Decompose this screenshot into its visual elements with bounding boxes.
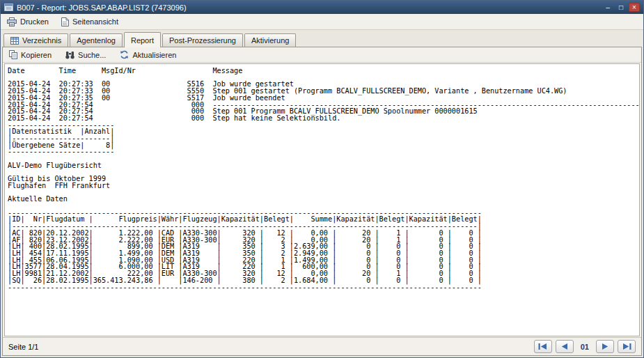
tab-post-prozessierung-label: Post-Prozessierung: [169, 36, 236, 45]
first-page-button[interactable]: [534, 340, 552, 353]
tab-report-label: Report: [131, 36, 154, 45]
first-page-icon: [538, 343, 547, 350]
tab-verzeichnis-label: Verzeichnis: [22, 36, 61, 45]
copy-button[interactable]: Kopieren: [7, 49, 54, 61]
tab-agentenlog-label: Agentenlog: [77, 36, 116, 45]
print-button[interactable]: Drucken: [5, 16, 51, 28]
search-button[interactable]: Suche...: [63, 49, 108, 61]
tab-post-prozessierung[interactable]: Post-Prozessierung: [162, 33, 243, 47]
last-page-button[interactable]: [618, 340, 636, 353]
page-indicator: Seite 1/1: [8, 343, 38, 351]
tab-aktivierung-label: Aktivierung: [251, 36, 289, 45]
page-preview-icon: [61, 17, 69, 26]
window-title: B007 - Report: JOBS.SAP.ABAP.LIST2 (7473…: [17, 3, 599, 12]
report-toolbar: Kopieren Suche...: [3, 47, 641, 63]
tab-verzeichnis[interactable]: Verzeichnis: [3, 33, 68, 47]
page-view-button[interactable]: Seitenansicht: [59, 16, 120, 28]
report-window-icon: [4, 3, 13, 11]
pagination: 01: [534, 340, 636, 353]
tabstrip: Verzeichnis Agentenlog Report Post-Proze…: [2, 30, 642, 47]
main-toolbar: Drucken Seitenansicht: [1, 14, 643, 30]
statusbar: Seite 1/1: [3, 337, 641, 355]
page-view-button-label: Seitenansicht: [72, 17, 118, 26]
previous-page-icon: [561, 343, 568, 350]
search-button-label: Suche...: [78, 51, 106, 59]
next-page-icon: [602, 343, 608, 350]
directory-grid-icon: [10, 37, 19, 45]
print-button-label: Drucken: [20, 17, 49, 26]
refresh-icon: [120, 50, 129, 59]
current-page-number[interactable]: 01: [581, 343, 589, 351]
printer-icon: [7, 17, 17, 26]
previous-page-button[interactable]: [556, 340, 574, 353]
refresh-button[interactable]: Aktualisieren: [118, 49, 178, 61]
report-tab-panel: Kopieren Suche...: [2, 47, 642, 356]
next-page-button[interactable]: [596, 340, 614, 353]
titlebar[interactable]: B007 - Report: JOBS.SAP.ABAP.LIST2 (7473…: [1, 1, 643, 14]
copy-button-label: Kopieren: [21, 51, 52, 59]
report-window: B007 - Report: JOBS.SAP.ABAP.LIST2 (7473…: [0, 0, 644, 358]
report-content-area[interactable]: Date Time MsgId/Nr Message 2015-04-24 20…: [4, 63, 640, 336]
tab-report[interactable]: Report: [124, 32, 161, 47]
refresh-button-label: Aktualisieren: [132, 51, 176, 59]
copy-icon: [9, 50, 17, 59]
tab-agentenlog[interactable]: Agentenlog: [70, 33, 123, 47]
maximize-button[interactable]: □: [615, 3, 627, 12]
minimize-button[interactable]: –: [602, 3, 613, 12]
close-button[interactable]: ×: [629, 3, 640, 12]
last-page-icon: [622, 343, 631, 350]
report-text: Date Time MsgId/Nr Message 2015-04-24 20…: [5, 64, 639, 290]
search-binoculars-icon: [65, 51, 74, 59]
tab-aktivierung[interactable]: Aktivierung: [244, 33, 296, 47]
window-controls: – □ ×: [602, 3, 640, 12]
